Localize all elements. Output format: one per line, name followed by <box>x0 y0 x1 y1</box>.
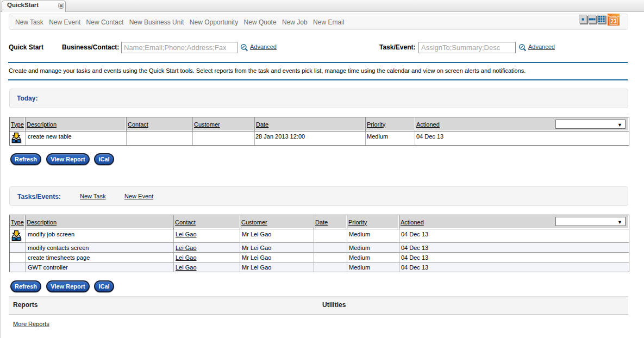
svg-text:23: 23 <box>610 18 617 24</box>
svg-text:Tuesday xx: Tuesday xx <box>608 15 620 17</box>
